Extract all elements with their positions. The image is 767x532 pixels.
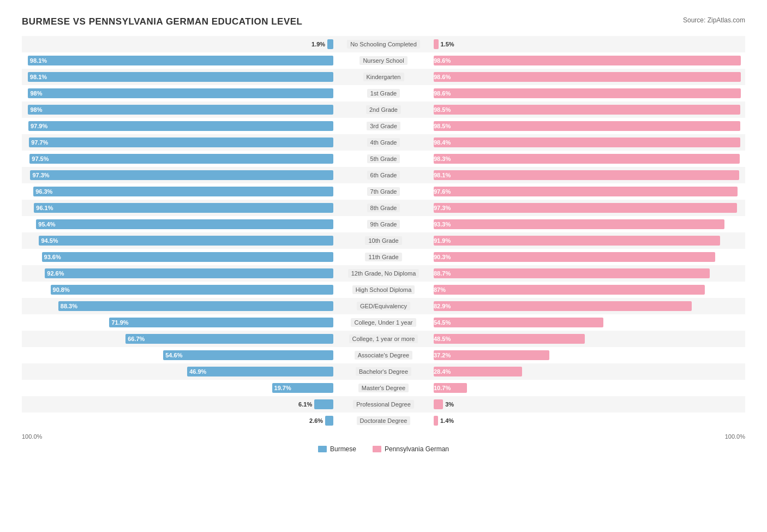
table-row: 93.6% 11th Grade 90.3%	[22, 249, 745, 265]
legend-blue: Burmese	[318, 445, 356, 453]
blue-value-inside: 19.7%	[274, 385, 291, 391]
legend-pink-label: Pennsylvania German	[385, 445, 449, 453]
pink-value-inside: 98.1%	[434, 172, 451, 178]
left-bar-area: 66.7%	[22, 331, 334, 347]
blue-bar	[325, 416, 333, 426]
pink-value-inside: 87%	[434, 286, 446, 293]
center-label-area: College, Under 1 year	[334, 318, 433, 327]
row-label: Associate's Degree	[355, 351, 412, 360]
blue-bar: 98.1%	[28, 56, 333, 65]
table-row: 90.8% High School Diploma 87%	[22, 282, 745, 298]
table-row: 98% 1st Grade 98.6%	[22, 85, 745, 101]
blue-value-inside: 93.6%	[44, 254, 61, 260]
table-row: 6.1% Professional Degree 3%	[22, 396, 745, 413]
center-label-area: Professional Degree	[334, 400, 433, 409]
pink-bar: 37.2%	[434, 350, 549, 360]
pink-bar: 98.6%	[434, 88, 741, 98]
pink-bar: 98.1%	[434, 170, 739, 180]
blue-bar: 95.4%	[36, 219, 333, 229]
chart-title: BURMESE VS PENNSYLVANIA GERMAN EDUCATION…	[22, 16, 302, 27]
right-bar-area: 98.6%	[433, 85, 745, 101]
pink-value-inside: 97.3%	[434, 205, 451, 211]
blue-value-inside: 97.9%	[31, 123, 47, 129]
pink-value-inside: 98.4%	[434, 139, 451, 146]
blue-bar: 71.9%	[109, 318, 333, 327]
blue-value-inside: 92.6%	[47, 270, 64, 277]
blue-value-inside: 96.3%	[35, 188, 52, 195]
left-bar-area: 93.6%	[22, 249, 334, 265]
right-bar-area: 28.4%	[433, 363, 745, 380]
pink-bar: 98.6%	[434, 56, 741, 65]
row-label: Professional Degree	[353, 400, 414, 409]
right-bar-area: 3%	[433, 396, 745, 413]
row-label: 9th Grade	[367, 220, 400, 229]
center-label-area: 12th Grade, No Diploma	[334, 269, 433, 278]
blue-value-inside: 97.3%	[32, 172, 49, 178]
pink-value: 1.5%	[441, 41, 454, 47]
table-row: 54.6% Associate's Degree 37.2%	[22, 347, 745, 363]
right-bar-area: 82.9%	[433, 298, 745, 314]
blue-bar	[327, 39, 333, 49]
blue-bar: 96.1%	[34, 203, 333, 213]
pink-bar: 54.5%	[434, 318, 603, 327]
legend: Burmese Pennsylvania German	[22, 445, 745, 453]
pink-bar	[434, 416, 438, 426]
pink-value-inside: 82.9%	[434, 303, 451, 309]
left-bar-area: 88.3%	[22, 298, 334, 314]
row-label: 1st Grade	[367, 89, 400, 98]
blue-value-inside: 90.8%	[53, 286, 70, 293]
center-label-area: GED/Equivalency	[334, 302, 433, 310]
blue-value-inside: 98.1%	[30, 57, 47, 64]
chart-header: BURMESE VS PENNSYLVANIA GERMAN EDUCATION…	[22, 16, 745, 27]
blue-bar: 66.7%	[125, 334, 333, 344]
pink-bar: 93.3%	[434, 219, 724, 229]
pink-bar: 10.7%	[434, 383, 467, 393]
left-bar-area: 97.5%	[22, 151, 334, 167]
table-row: 98.1% Nursery School 98.6%	[22, 52, 745, 69]
pink-bar: 28.4%	[434, 367, 522, 376]
pink-bar: 91.9%	[434, 236, 720, 246]
pink-bar: 97.3%	[434, 203, 737, 213]
blue-bar: 88.3%	[58, 301, 333, 311]
right-bar-area: 98.4%	[433, 134, 745, 151]
center-label-area: Kindergarten	[334, 73, 433, 81]
center-label-area: College, 1 year or more	[334, 334, 433, 343]
table-row: 66.7% College, 1 year or more 48.5%	[22, 331, 745, 347]
blue-bar	[314, 399, 333, 409]
blue-value-inside: 98%	[30, 106, 42, 113]
row-label: 6th Grade	[367, 171, 400, 180]
pink-value-inside: 98.6%	[434, 74, 451, 80]
center-label-area: Doctorate Degree	[334, 416, 433, 425]
left-bar-area: 96.1%	[22, 200, 334, 216]
blue-value-inside: 66.7%	[128, 336, 145, 342]
row-label: 4th Grade	[367, 138, 400, 147]
row-label: 10th Grade	[365, 236, 402, 245]
center-label-area: 6th Grade	[334, 171, 433, 180]
legend-pink-box	[373, 446, 381, 452]
chart-source: Source: ZipAtlas.com	[683, 16, 745, 24]
right-bar-area: 98.6%	[433, 69, 745, 85]
blue-bar: 97.7%	[29, 138, 333, 147]
chart-container: BURMESE VS PENNSYLVANIA GERMAN EDUCATION…	[11, 11, 756, 464]
row-label: 2nd Grade	[366, 105, 401, 114]
blue-value-inside: 54.6%	[165, 352, 182, 358]
table-row: 88.3% GED/Equivalency 82.9%	[22, 298, 745, 314]
blue-bar: 46.9%	[187, 367, 333, 376]
table-row: 96.3% 7th Grade 97.6%	[22, 183, 745, 200]
row-label: 3rd Grade	[367, 122, 400, 130]
left-bar-area: 97.9%	[22, 118, 334, 134]
table-row: 94.5% 10th Grade 91.9%	[22, 232, 745, 249]
row-label: Doctorate Degree	[357, 416, 411, 425]
pink-bar: 87%	[434, 285, 705, 295]
table-row: 96.1% 8th Grade 97.3%	[22, 200, 745, 216]
table-row: 95.4% 9th Grade 93.3%	[22, 216, 745, 232]
row-label: College, 1 year or more	[349, 334, 418, 343]
blue-bar: 54.6%	[163, 350, 333, 360]
pink-bar: 98.6%	[434, 72, 741, 82]
left-bar-area: 97.3%	[22, 167, 334, 183]
right-bar-area: 98.5%	[433, 118, 745, 134]
pink-bar: 97.6%	[434, 187, 738, 196]
row-label: GED/Equivalency	[357, 302, 410, 310]
right-bar-area: 98.5%	[433, 101, 745, 118]
blue-value: 6.1%	[298, 401, 312, 408]
